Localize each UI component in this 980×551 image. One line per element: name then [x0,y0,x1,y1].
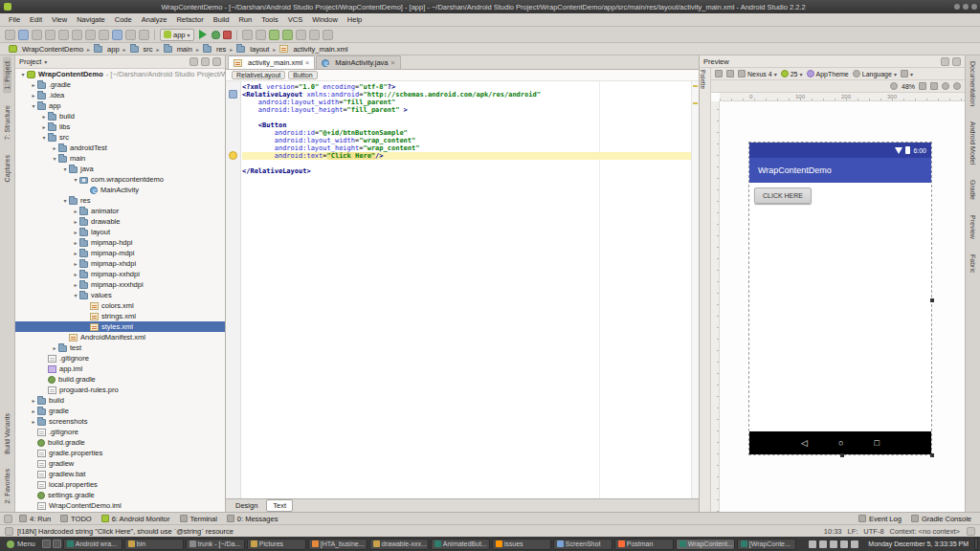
tree-toggle-icon[interactable]: ▸ [72,281,79,288]
breadcrumb[interactable]: res [201,45,228,54]
tree-toggle-icon[interactable]: ▸ [72,250,79,256]
tree-item[interactable]: ▸layout [15,227,225,237]
tree-item[interactable]: build.gradle [15,374,225,385]
tree-toggle-icon[interactable]: ▾ [61,165,69,172]
zoom-actual-icon[interactable] [930,82,938,90]
breadcrumb[interactable]: WrapContentDemo [7,45,85,54]
menu-view[interactable]: View [47,14,72,25]
tool-window-run[interactable]: 4: Run [14,515,56,523]
device-select[interactable]: Nexus 4 ▾ [738,70,777,77]
tree-toggle-icon[interactable]: ▸ [72,218,79,225]
status-widget[interactable]: UTF-8 [860,527,886,536]
tree-item[interactable]: ▸build [15,111,225,121]
stop-button[interactable] [223,31,232,39]
volume-tray-icon[interactable] [851,540,858,548]
resize-handle[interactable] [930,453,934,457]
code-line[interactable]: android:layout_width="wrap_content" [242,137,691,144]
close-tab-icon[interactable]: × [391,59,395,66]
tree-item[interactable]: ▸mipmap-xhdpi [15,258,225,269]
xml-breadcrumb[interactable]: RelativeLayout [232,71,285,79]
avd-manager-icon[interactable] [269,30,279,40]
tree-item[interactable]: app.iml [15,364,225,374]
tree-item[interactable]: colors.xml [15,300,225,311]
status-widget[interactable]: 10:33 [821,527,845,536]
show-desktop-edge[interactable] [974,538,978,550]
resize-handle[interactable] [930,298,934,302]
tree-item[interactable]: ▸libs [15,121,225,132]
tree-toggle-icon[interactable]: ▸ [72,239,79,246]
gear-icon[interactable] [941,57,949,66]
run-configuration-select[interactable]: app ▾ [160,29,194,41]
zoom-level[interactable]: 48% [902,83,915,90]
bluetooth-tray-icon[interactable] [830,540,837,548]
preview-canvas[interactable]: 0100200300 6:00 WrapContentDemo [711,93,965,512]
taskbar-window-button[interactable]: [HTA_busine... [308,539,368,550]
tree-item[interactable]: local.properties [15,479,225,490]
tool-window-android[interactable]: 6: Android Monitor [97,515,175,523]
run-button[interactable] [199,30,207,39]
tree-item[interactable]: ▸.gradle [15,79,225,90]
menu-window[interactable]: Window [307,14,343,25]
tool-stripe-android-model[interactable]: Android Model [969,118,977,168]
tree-item[interactable]: ▾res [15,195,225,206]
tree-toggle-icon[interactable]: ▸ [40,123,48,130]
taskbar-window-button[interactable]: Pictures [247,539,306,550]
tree-toggle-icon[interactable]: ▸ [72,229,79,235]
tree-item[interactable]: ▾java [15,164,225,174]
tool-stripe-build-variants[interactable]: Build Variants [3,409,11,458]
tree-toggle-icon[interactable]: ▾ [19,71,27,77]
device-preview[interactable]: 6:00 WrapContentDemo CLICK HERE ◁ ○ [749,143,931,454]
tree-item[interactable]: WrapContentDemo.iml [15,500,225,511]
target-select[interactable]: ▾ [901,70,913,77]
tree-item[interactable]: strings.xml [15,311,225,321]
tool-window-switcher-icon[interactable] [4,515,12,523]
tree-item[interactable]: ▾main [15,153,225,164]
tree-item[interactable]: ▸mipmap-xxhdpi [15,269,225,279]
tree-item[interactable]: ▸animator [15,206,225,216]
menu-analyze[interactable]: Analyze [137,14,172,25]
find-icon[interactable] [112,30,122,40]
tree-item[interactable]: ▸mipmap-hdpi [15,237,225,248]
menu-file[interactable]: File [4,14,25,25]
file-manager-icon[interactable] [53,540,61,548]
xml-breadcrumb[interactable]: Button [288,71,317,79]
tree-item[interactable]: proguard-rules.pro [15,385,225,395]
tab-text[interactable]: Text [266,499,293,512]
taskbar-window-button[interactable]: drawable-xxx... [369,539,429,550]
taskbar-window-button[interactable]: AnimatedBut... [431,539,490,550]
minimize-icon[interactable] [954,4,960,10]
tree-item[interactable]: ▾src [15,132,225,143]
tree-toggle-icon[interactable]: ▸ [51,344,58,351]
lock-icon[interactable] [967,527,975,536]
show-desktop-icon[interactable] [42,540,51,548]
toggle-tool-windows-icon[interactable] [5,527,13,536]
tree-item[interactable]: ▾values [15,290,225,300]
tree-item[interactable]: ▸mipmap-mdpi [15,248,225,258]
breadcrumb[interactable]: layout [234,45,271,54]
tool-stripe-gradle[interactable]: Gradle [969,176,977,204]
tree-item[interactable]: MainActivity [15,185,225,195]
tree-item[interactable]: settings.gradle [15,490,225,500]
tool-window-todo[interactable]: TODO [56,515,97,523]
tree-item[interactable]: ▾com.wrapcontentdemo [15,174,225,185]
tool-stripe-captures[interactable]: Captures [3,151,11,186]
menu-run[interactable]: Run [234,14,256,25]
tree-toggle-icon[interactable]: ▾ [40,134,48,141]
menu-edit[interactable]: Edit [25,14,47,25]
tree-toggle-icon[interactable]: ▸ [30,397,37,404]
resize-handle[interactable] [840,453,844,457]
breadcrumb[interactable]: activity_main.xml [278,45,349,54]
clipboard-tray-icon[interactable] [819,540,827,548]
code-editor[interactable]: <?xml version="1.0" encoding="utf-8"?><R… [226,81,699,498]
tree-toggle-icon[interactable]: ▸ [30,418,37,425]
locale-select[interactable]: Language ▾ [853,70,897,77]
code-line[interactable]: android:text="Click Here"/> [242,152,691,160]
tree-toggle-icon[interactable]: ▸ [72,208,79,214]
component-gutter-icon[interactable] [229,90,237,99]
menu-tools[interactable]: Tools [256,14,283,25]
filter-icon[interactable] [189,57,198,66]
close-tab-icon[interactable]: × [305,59,309,66]
code-line[interactable] [242,114,691,121]
taskbar-window-button[interactable]: Android wra... [63,539,122,550]
orientation-icon[interactable] [726,70,734,77]
